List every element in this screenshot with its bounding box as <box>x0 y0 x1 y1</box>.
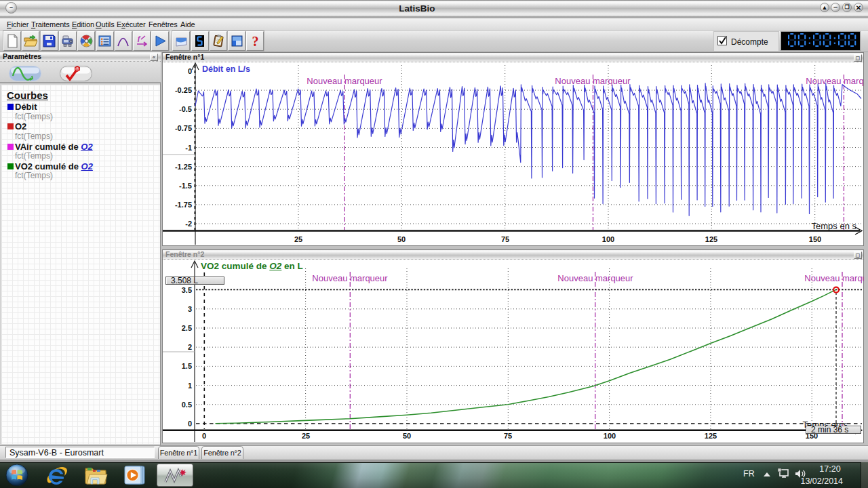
svg-text:-1.25: -1.25 <box>175 163 192 171</box>
svg-text:Nouveau marqueur: Nouveau marqueur <box>312 273 388 283</box>
svg-text:150: 150 <box>809 235 821 243</box>
svg-text:25: 25 <box>294 235 302 243</box>
svg-text:1.5: 1.5 <box>182 362 192 370</box>
svg-text:Nouveau marqueur: Nouveau marqueur <box>804 273 864 283</box>
svg-text:75: 75 <box>504 432 512 440</box>
svg-text:-0.5: -0.5 <box>179 105 192 113</box>
svg-text:3.5: 3.5 <box>182 286 192 294</box>
svg-text:Nouveau marqueur: Nouveau marqueur <box>557 273 633 283</box>
svg-text:-1.5: -1.5 <box>179 182 192 190</box>
svg-text:Débit en L/s: Débit en L/s <box>202 64 250 74</box>
svg-text:75: 75 <box>501 235 509 243</box>
svg-text:3: 3 <box>188 305 192 313</box>
svg-text:-0.75: -0.75 <box>175 124 192 132</box>
svg-text:50: 50 <box>403 432 411 440</box>
svg-text:0: 0 <box>188 420 192 428</box>
svg-text:50: 50 <box>397 235 406 243</box>
svg-text:Nouveau marqueur: Nouveau marqueur <box>806 76 864 86</box>
svg-text:100: 100 <box>604 432 616 440</box>
svg-text:1: 1 <box>188 382 192 390</box>
svg-text:?: ? <box>252 34 258 48</box>
svg-text:125: 125 <box>705 432 717 440</box>
svg-text:0.5: 0.5 <box>182 401 192 409</box>
svg-text:0: 0 <box>202 432 206 440</box>
svg-text:100: 100 <box>602 235 614 243</box>
svg-text:f: f <box>138 34 141 42</box>
svg-text:Nouveau marqueur: Nouveau marqueur <box>555 76 631 86</box>
svg-text:2.5: 2.5 <box>182 324 192 332</box>
svg-text:Nouveau marqueur: Nouveau marqueur <box>307 76 382 86</box>
svg-text:-1.75: -1.75 <box>175 201 192 209</box>
svg-text:25: 25 <box>302 432 310 440</box>
svg-text:2: 2 <box>188 343 192 351</box>
svg-text:Temps en s: Temps en s <box>812 221 857 231</box>
svg-text:-2: -2 <box>185 220 192 228</box>
svg-text:-0.25: -0.25 <box>175 86 192 94</box>
svg-text:125: 125 <box>705 235 717 243</box>
svg-text:0: 0 <box>188 67 192 75</box>
svg-text:-1: -1 <box>185 144 192 152</box>
